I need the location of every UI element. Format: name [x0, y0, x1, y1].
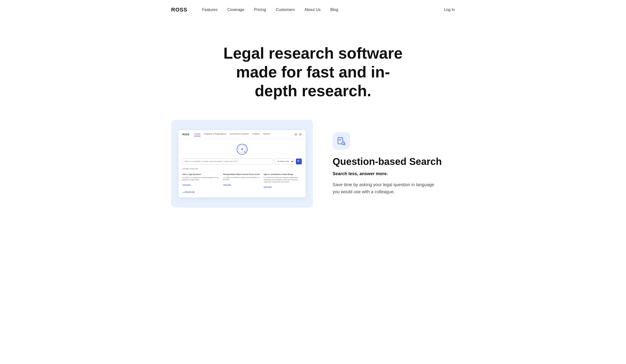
login-button[interactable]: Log In [444, 8, 455, 12]
app-search-row: All State & Federal 🔍 [182, 159, 302, 165]
app-tip-body-2: e.g. When is a website a "public accommo… [223, 176, 261, 181]
nav-links: Features Coverage Pricing Customers Abou… [202, 8, 444, 12]
feature-icon-box: ? [333, 132, 350, 150]
feature-section: ROSS Cases Statutes & Regulations Docume… [156, 120, 470, 227]
nav-link-features[interactable]: Features [202, 8, 217, 12]
feature-title: Question-based Search [333, 156, 455, 167]
feature-description: Save time by asking your legal question … [333, 181, 435, 196]
app-tips-label: Activate Lookup Tips [182, 168, 198, 169]
app-nav-icons [294, 133, 302, 136]
app-tips-bar: Activate Lookup Tips [182, 167, 302, 171]
app-search-input[interactable] [182, 159, 274, 165]
feature-subtitle: Search less, answer more. [333, 171, 455, 176]
nav-link-blog[interactable]: Blog [330, 8, 338, 12]
nav-link-customers[interactable]: Customers [276, 8, 295, 12]
question-search-icon: ? [337, 136, 346, 145]
app-titlebar: ROSS Cases Statutes & Regulations Docume… [179, 130, 306, 139]
app-tip-body-1: e.g. When is a website an exempt employe… [182, 176, 221, 181]
app-tab-folders[interactable]: Folders [252, 133, 259, 136]
app-user-icon[interactable] [299, 133, 302, 136]
svg-text:?: ? [343, 142, 344, 145]
app-logo: ROSS [182, 133, 189, 136]
app-spinner-icon [237, 144, 247, 155]
app-tips-grid: Ask a Legal Question e.g. When is a webs… [182, 173, 302, 188]
nav-link-coverage[interactable]: Coverage [227, 8, 244, 12]
app-tip-body-3: e.g. What is the distinction between ind… [264, 176, 302, 183]
app-window: ROSS Cases Statutes & Regulations Docume… [179, 130, 306, 198]
app-bell-icon[interactable] [294, 133, 297, 136]
svg-line-5 [344, 144, 345, 145]
app-tip-card-2: Add Quotation Marks Around Terms of Art … [223, 173, 261, 188]
app-tip-title-2: Add Quotation Marks Around Terms of Art [223, 173, 261, 175]
app-nav-tabs: Cases Statutes & Regulations Document An… [194, 133, 290, 136]
app-tip-link-2[interactable]: Learn More [223, 184, 231, 185]
app-tip-card-3: Type in Jurisdiction & Date Range e.g. W… [264, 173, 302, 188]
search-icon: 🔍 [297, 160, 301, 163]
app-show-all-tips[interactable]: → Show All Tips [182, 191, 195, 193]
navbar: ROSS Features Coverage Pricing Customers… [156, 0, 470, 20]
nav-link-about[interactable]: About Us [305, 8, 321, 12]
app-tab-history[interactable]: History [263, 133, 270, 136]
app-tip-title-1: Ask a Legal Question [182, 173, 221, 175]
app-tip-link-1[interactable]: Learn More [182, 184, 191, 185]
app-spinner-inner [238, 146, 246, 153]
app-tab-cases[interactable]: Cases [194, 133, 200, 136]
nav-link-pricing[interactable]: Pricing [254, 8, 266, 12]
hero-section: Legal research software made for fast an… [156, 20, 470, 120]
feature-content: ? Question-based Search Search less, ans… [333, 132, 455, 196]
app-spinner-dot [241, 148, 243, 150]
hero-title: Legal research software made for fast an… [215, 44, 411, 100]
app-tip-card-1: Ask a Legal Question e.g. When is a webs… [182, 173, 221, 188]
app-tip-link-3[interactable]: Learn More [264, 186, 272, 188]
site-logo[interactable]: ROSS [171, 7, 187, 13]
app-body: All State & Federal 🔍 Activate Lookup Ti… [179, 139, 306, 198]
app-tip-title-3: Type in Jurisdiction & Date Range [264, 173, 302, 175]
app-screenshot: ROSS Cases Statutes & Regulations Docume… [171, 120, 313, 208]
app-search-select[interactable]: All State & Federal [275, 159, 294, 165]
app-search-button[interactable]: 🔍 [296, 159, 302, 165]
app-tab-doc-analyzer[interactable]: Document Analyzer [230, 133, 249, 136]
app-tab-statutes[interactable]: Statutes & Regulations [204, 133, 227, 136]
